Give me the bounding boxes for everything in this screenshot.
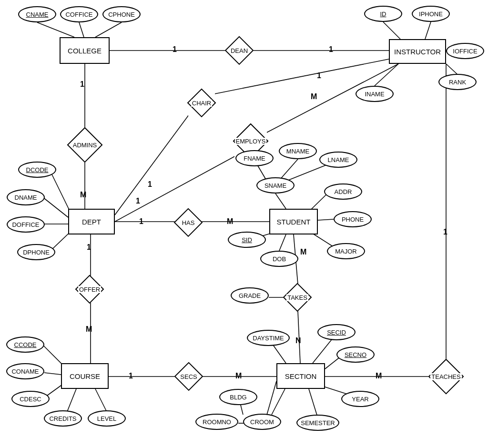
attr-sname: SNAME <box>256 177 295 193</box>
rel-label: TEACHES <box>430 373 461 380</box>
cardinality-c6: 1 <box>148 180 152 189</box>
attr-label: SECNO <box>345 351 366 358</box>
attr-label: INAME <box>365 91 384 98</box>
attr-year: YEAR <box>341 391 379 407</box>
attr-cdesc: CDESC <box>11 391 50 407</box>
attr-phone: PHONE <box>334 211 372 227</box>
svg-line-37 <box>318 219 334 220</box>
attr-label: RANK <box>449 79 466 86</box>
attr-label: DPHONE <box>23 249 50 256</box>
cardinality-c14: N <box>295 336 301 345</box>
cardinality-c7: M <box>311 92 317 101</box>
attr-label: SEMESTER <box>301 419 335 427</box>
entity-label: COLLEGE <box>68 47 102 55</box>
rel-label: HAS <box>181 219 196 226</box>
attr-coname: CONAME <box>6 363 44 379</box>
attr-label: GRADE <box>239 292 261 299</box>
attr-label: LNAME <box>328 156 349 163</box>
er-diagram-canvas: COLLEGE INSTRUCTOR DEPT STUDENT COURSE S… <box>0 0 488 448</box>
attr-label: FNAME <box>244 155 265 162</box>
attr-sid: SID <box>228 232 266 248</box>
cardinality-c9: 1 <box>139 217 143 226</box>
attr-label: CONAME <box>11 368 39 375</box>
attr-label: CROOM <box>250 418 274 426</box>
entity-college: COLLEGE <box>60 37 110 64</box>
cardinality-c4: M <box>80 191 86 199</box>
rel-label: EMPLOYS <box>235 138 267 145</box>
entity-dept: DEPT <box>68 209 115 234</box>
attr-doffice: DOFFICE <box>7 216 45 233</box>
svg-line-23 <box>383 22 400 39</box>
attr-label: DOFFICE <box>12 221 39 228</box>
attr-croom: CROOM <box>243 414 281 430</box>
svg-line-33 <box>280 159 298 179</box>
cardinality-c2: 1 <box>329 45 333 54</box>
cardinality-c8: 1 <box>136 197 140 205</box>
entity-instructor: INSTRUCTOR <box>389 39 446 64</box>
attr-ioffice: IOFFICE <box>446 43 484 59</box>
attr-label: ROOMNO <box>203 418 231 426</box>
attr-label: CNAME <box>26 11 49 18</box>
attr-cphone: CPHONE <box>102 6 141 22</box>
attr-credits: CREDITS <box>44 410 82 427</box>
cardinality-c15: 1 <box>129 372 133 380</box>
rel-label: ADMINS <box>72 142 98 149</box>
entity-course: COURSE <box>61 363 109 389</box>
attr-label: CPHONE <box>108 11 135 18</box>
attr-id: ID <box>364 6 402 22</box>
attr-roomno: ROOMNO <box>195 414 238 430</box>
attr-dname: DNAME <box>7 189 45 205</box>
rel-label: CHAIR <box>191 100 212 107</box>
rel-secs: SECS <box>175 363 202 390</box>
attr-label: CCODE <box>14 341 37 348</box>
rel-has: HAS <box>175 209 202 236</box>
attr-label: SNAME <box>264 182 286 189</box>
attr-label: SID <box>242 236 252 244</box>
rel-label: TAKES <box>286 294 308 301</box>
rel-label: DEAN <box>230 47 249 54</box>
entity-section: SECTION <box>276 363 325 389</box>
entity-label: COURSE <box>70 372 100 380</box>
svg-line-22 <box>95 22 122 37</box>
attr-cname: CNAME <box>18 6 56 22</box>
cardinality-c11: 1 <box>87 243 91 252</box>
cardinality-c18: 1 <box>443 228 447 236</box>
svg-line-28 <box>50 170 71 213</box>
entity-student: STUDENT <box>269 209 318 234</box>
attr-level: LEVEL <box>88 410 126 427</box>
svg-line-43 <box>46 384 63 397</box>
svg-line-54 <box>267 381 276 415</box>
attr-label: DAYSTIME <box>253 335 284 342</box>
cardinality-c13: M <box>300 248 306 256</box>
attr-label: DCODE <box>26 166 49 173</box>
rel-admins: ADMINS <box>69 129 101 161</box>
entity-label: DEPT <box>82 218 101 226</box>
svg-line-42 <box>44 373 61 375</box>
attr-label: BLDG <box>230 394 246 401</box>
svg-line-50 <box>309 389 317 417</box>
attr-label: PHONE <box>342 216 364 223</box>
attr-daystime: DAYSTIME <box>247 330 290 346</box>
attr-rank: RANK <box>438 74 477 90</box>
cardinality-c12: M <box>86 325 92 334</box>
rel-label: OFFER <box>78 286 101 293</box>
attr-semester: SEMESTER <box>296 415 339 431</box>
attr-iphone: IPHONE <box>412 6 450 22</box>
attr-label: DOB <box>273 255 286 263</box>
svg-line-29 <box>43 197 68 217</box>
attr-major: MAJOR <box>327 243 365 259</box>
rel-chair: CHAIR <box>188 90 215 116</box>
attr-addr: ADDR <box>324 183 362 200</box>
rel-dean: DEAN <box>226 37 253 64</box>
svg-line-20 <box>37 22 74 37</box>
attr-coffice: COFFICE <box>60 6 98 22</box>
entity-label: STUDENT <box>277 218 311 226</box>
svg-line-38 <box>313 234 334 247</box>
cardinality-c17: M <box>376 372 382 380</box>
svg-line-51 <box>272 389 285 415</box>
attr-dphone: DPHONE <box>17 244 55 260</box>
svg-line-44 <box>67 389 76 413</box>
attr-label: IPHONE <box>419 10 443 18</box>
attr-label: SECID <box>327 329 346 336</box>
svg-line-40 <box>279 234 286 251</box>
